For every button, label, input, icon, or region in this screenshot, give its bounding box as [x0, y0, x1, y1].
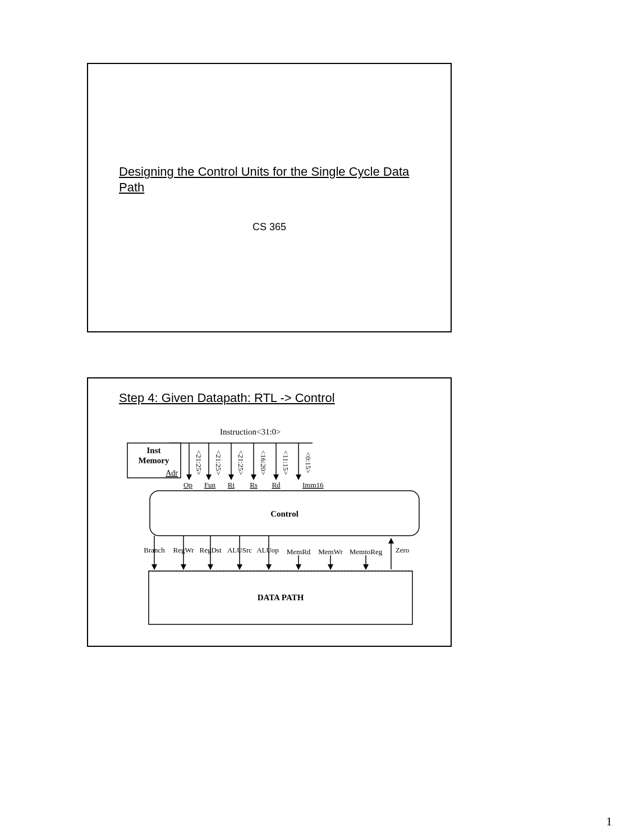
- field-bits-2: <21:25>: [237, 450, 245, 475]
- field-bits-1: <21:25>: [214, 450, 223, 475]
- field-bits-0: <21:25>: [195, 450, 203, 475]
- datapath-label: DATA PATH: [258, 593, 304, 602]
- field-name-4: Rd: [272, 481, 281, 489]
- field-name-3: Rs: [250, 481, 258, 489]
- field-bits-5: <0:15>: [304, 452, 313, 473]
- slide-2-title: Step 4: Given Datapath: RTL -> Control: [119, 391, 335, 405]
- slide-2: Step 4: Given Datapath: RTL -> Control I…: [87, 377, 452, 647]
- field-bits-4: <11:15>: [282, 450, 290, 475]
- diagram-wrapper: Instruction<31:0> Inst Memory Adr <2: [88, 412, 453, 648]
- field-name-2: Rt: [228, 481, 235, 489]
- inst-memory-port: Adr: [166, 469, 178, 477]
- page-number: 1: [606, 814, 612, 829]
- sig-4: ALUop: [256, 546, 279, 554]
- instruction-label: Instruction<31:0>: [220, 427, 281, 436]
- inst-memory-line2: Memory: [139, 456, 169, 465]
- zero-label: Zero: [396, 546, 410, 554]
- sig-7: MemtoReg: [350, 547, 383, 556]
- slide-1-title: Designing the Control Units for the Sing…: [119, 164, 422, 195]
- field-bits-3: <16:20>: [259, 450, 268, 475]
- slide-1: Designing the Control Units for the Sing…: [87, 63, 452, 332]
- datapath-diagram: Instruction<31:0> Inst Memory Adr <2: [88, 412, 453, 648]
- field-lines: <21:25> Op <21:25> Fun <21:25> Rt: [183, 443, 324, 489]
- field-name-1: Fun: [204, 481, 216, 489]
- page: Designing the Control Units for the Sing…: [0, 0, 629, 840]
- field-name-5: Imm16: [302, 481, 324, 489]
- control-label: Control: [270, 509, 299, 518]
- inst-memory-line1: Inst: [146, 446, 160, 455]
- slide-1-subtitle: CS 365: [88, 221, 451, 233]
- field-name-0: Op: [183, 481, 192, 489]
- sig-5: MemRd: [287, 547, 311, 556]
- sig-6: MemWr: [318, 547, 343, 556]
